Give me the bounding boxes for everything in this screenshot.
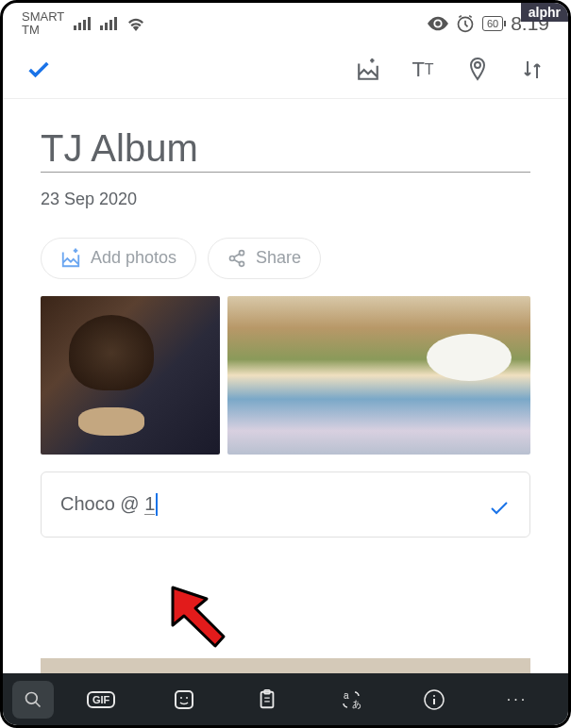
search-icon [24, 690, 42, 709]
add-photos-label: Add photos [91, 248, 176, 268]
signal-icon [74, 17, 91, 30]
photo-grid [41, 296, 530, 455]
share-label: Share [256, 248, 301, 268]
photo-thumbnail[interactable] [227, 296, 530, 455]
text-cursor [156, 493, 158, 516]
keyboard-more-button[interactable]: ··· [476, 681, 559, 719]
svg-point-7 [186, 697, 188, 699]
add-photo-icon [60, 248, 81, 269]
text-format-button[interactable]: TT [410, 57, 436, 83]
keyboard-sticker-button[interactable] [143, 681, 226, 719]
alarm-icon [456, 14, 475, 33]
sticker-icon [173, 688, 195, 711]
main-content: TJ Album 23 Sep 2020 Add photos Share Ch… [3, 99, 568, 538]
keyboard-info-button[interactable] [393, 681, 476, 719]
translate-icon: aあ [340, 688, 362, 711]
svg-point-13 [433, 695, 435, 697]
signal-icon [100, 17, 117, 30]
add-photo-button[interactable] [355, 57, 381, 83]
keyboard-search-button[interactable] [12, 681, 54, 719]
caption-confirm-button[interactable] [488, 497, 511, 523]
svg-rect-5 [176, 691, 193, 708]
caption-input[interactable]: Choco @ 1 [41, 472, 530, 538]
wifi-icon [126, 16, 145, 31]
caption-text: Choco @ 1 [60, 493, 158, 514]
album-title-input[interactable]: TJ Album [41, 127, 530, 173]
gif-icon: GIF [87, 691, 115, 708]
info-icon [423, 688, 445, 711]
clipboard-icon [257, 688, 277, 711]
keyboard-clipboard-button[interactable] [226, 681, 309, 719]
keyboard-toolbar: GIF aあ ··· [3, 673, 568, 725]
svg-point-4 [26, 692, 38, 703]
share-icon [227, 249, 246, 268]
add-photos-button[interactable]: Add photos [41, 238, 196, 279]
svg-text:あ: あ [352, 699, 361, 709]
keyboard-translate-button[interactable]: aあ [310, 681, 393, 719]
toolbar: TT [3, 41, 568, 99]
battery-indicator: 60 [482, 16, 503, 31]
svg-point-2 [230, 256, 235, 260]
album-date: 23 Sep 2020 [41, 190, 530, 209]
sort-button[interactable] [519, 57, 546, 83]
status-bar: SMART TM 60 8:19 [3, 3, 568, 41]
photo-thumbnail[interactable] [41, 296, 220, 455]
share-button[interactable]: Share [208, 238, 321, 279]
carrier-label: SMART TM [22, 10, 64, 38]
svg-point-0 [475, 62, 480, 68]
svg-point-6 [180, 697, 182, 699]
location-button[interactable] [464, 57, 491, 83]
confirm-button[interactable] [25, 57, 52, 83]
keyboard-gif-button[interactable]: GIF [59, 681, 143, 719]
svg-text:a: a [344, 690, 349, 701]
eye-icon [428, 16, 448, 31]
watermark-badge: alphr [521, 3, 568, 22]
annotation-arrow-icon [154, 578, 239, 663]
photo-strip [41, 658, 530, 673]
